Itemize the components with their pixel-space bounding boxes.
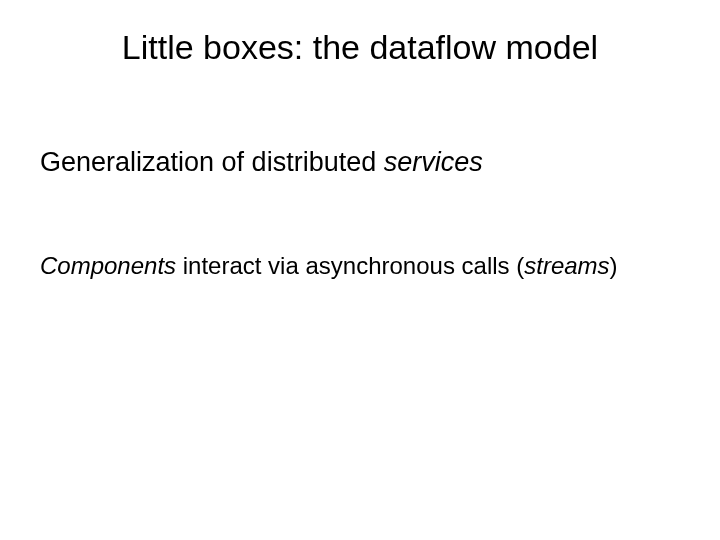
- slide-title: Little boxes: the dataflow model: [80, 28, 640, 67]
- line2-italic-components: Components: [40, 252, 176, 279]
- body-line-2: Components interact via asynchronous cal…: [40, 250, 680, 282]
- line2-mid: interact via asynchronous calls (: [176, 252, 524, 279]
- line1-italic: services: [384, 147, 483, 177]
- line2-suffix: ): [610, 252, 618, 279]
- line1-text: Generalization of distributed: [40, 147, 384, 177]
- body-line-1: Generalization of distributed services: [40, 147, 680, 178]
- slide-container: Little boxes: the dataflow model General…: [0, 0, 720, 540]
- line2-italic-streams: streams: [524, 252, 609, 279]
